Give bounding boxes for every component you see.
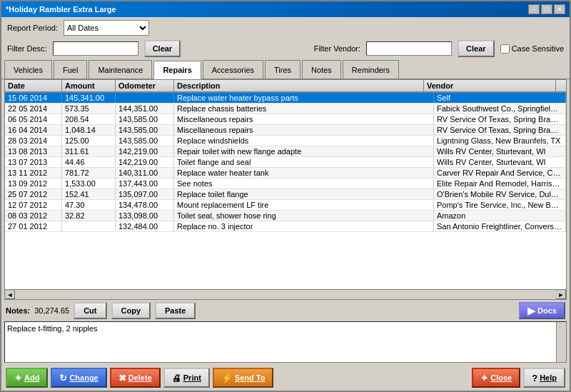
table-cell: Mount replacement LF tire [174, 200, 434, 210]
tab-notes[interactable]: Notes [302, 60, 341, 79]
tab-maintenance[interactable]: Maintenance [89, 60, 152, 79]
tab-tires[interactable]: Tires [265, 60, 300, 79]
col-amount[interactable]: Amount [62, 80, 116, 91]
table-cell: 137,443.00 [116, 179, 174, 189]
table-cell: Miscellaneous repairs [174, 114, 434, 124]
send-icon: ⚡ [221, 373, 233, 383]
table-cell: Pomp's Tire Service, Inc., New Berlin, W [434, 200, 566, 210]
tabs-container: Vehicles Fuel Maintenance Repairs Access… [1, 60, 570, 79]
table-cell: 311.61 [62, 146, 116, 156]
tab-reminders[interactable]: Reminders [343, 60, 399, 79]
table-cell: Toilet flange and seal [174, 157, 434, 167]
tab-fuel[interactable]: Fuel [54, 60, 87, 79]
table-cell: 208.54 [62, 114, 116, 124]
notes-scrollbar[interactable] [556, 322, 566, 362]
table-cell: Replace water heater bypass parts [174, 93, 434, 103]
close-button[interactable]: ✕ [554, 4, 565, 14]
table-cell: Toilet seal, shower hose ring [174, 211, 434, 221]
clear-vendor-button[interactable]: Clear [458, 40, 495, 57]
col-scrollbar-header [556, 80, 566, 91]
paste-button[interactable]: Paste [155, 302, 196, 319]
table-cell: 12 07 2012 [5, 200, 62, 210]
table-cell: 144,351.00 [116, 104, 174, 114]
table-row[interactable]: 13 09 20121,533.00137,443.00See notesEli… [5, 179, 566, 189]
table-row[interactable]: 27 01 2012132,484.00Replace no. 3 inject… [5, 221, 566, 232]
table-row[interactable]: 08 03 201232.82133,098.00Toilet seal, sh… [5, 211, 566, 221]
tab-vehicles[interactable]: Vehicles [4, 60, 52, 79]
table-row[interactable]: 13 07 201344.46142,219.00Toilet flange a… [5, 157, 566, 168]
close-button[interactable]: ✦ Close [472, 368, 520, 388]
help-icon: ? [532, 373, 537, 383]
footer: ✦ Add ↻ Change ✖ Delete 🖨 Print ⚡ Send T… [1, 365, 570, 391]
table-cell: 143,585.00 [116, 136, 174, 146]
table-cell: Replace chassis batteries [174, 104, 434, 114]
table-row[interactable]: 13 11 2012781.72140,311.00Replace water … [5, 168, 566, 179]
filter-desc-input[interactable] [53, 41, 138, 56]
copy-button[interactable]: Copy [111, 302, 151, 319]
report-period-select[interactable]: All Dates [64, 20, 149, 36]
help-button[interactable]: ? Help [523, 368, 565, 388]
table-row[interactable]: 15 06 2014145,341.00Replace water heater… [5, 93, 566, 104]
table-cell: RV Service Of Texas, Spring Branch, TX [434, 125, 566, 135]
maximize-button[interactable]: □ [541, 4, 552, 14]
table-cell: Elite Repair And Remodel, Harrisburg, OR [434, 179, 566, 189]
table-row[interactable]: 28 03 2014125.00143,585.00Replace windsh… [5, 136, 566, 146]
table-cell [116, 93, 174, 103]
notes-area[interactable]: Replace t-fitting, 2 nipples [4, 321, 567, 363]
change-button[interactable]: ↻ Change [51, 368, 106, 388]
action-bar: Notes: 30,274.65 Cut Copy Paste ▶ Docs [1, 300, 570, 321]
col-description[interactable]: Description [174, 80, 424, 91]
print-icon: 🖨 [172, 373, 181, 383]
filter-vendor-input[interactable] [366, 41, 452, 56]
table-cell: 28 03 2014 [5, 136, 62, 146]
clear-desc-button[interactable]: Clear [144, 40, 181, 57]
change-icon: ↻ [59, 373, 67, 383]
tab-accessories[interactable]: Accessories [203, 60, 263, 79]
table-row[interactable]: 13 08 2013311.61142,219.00Repair toilet … [5, 146, 566, 157]
table-row[interactable]: 06 05 2014208.54143,585.00Miscellaneous … [5, 114, 566, 125]
case-sensitive-checkbox[interactable] [500, 44, 510, 54]
table-cell: 13 08 2013 [5, 146, 62, 156]
grid-body[interactable]: 15 06 2014145,341.00Replace water heater… [5, 93, 566, 289]
col-date[interactable]: Date [5, 80, 62, 91]
delete-button[interactable]: ✖ Delete [110, 368, 161, 388]
title-bar: *Holiday Rambler Extra Large ─ □ ✕ [1, 1, 570, 17]
table-row[interactable]: 25 07 2012152.41135,097.00Replace toilet… [5, 189, 566, 200]
minimize-button[interactable]: ─ [528, 4, 540, 14]
table-cell [62, 221, 116, 231]
h-scroll-track [15, 290, 556, 299]
table-cell: Wills RV Center, Sturtevant, WI [434, 157, 566, 167]
table-cell: 1,533.00 [62, 179, 116, 189]
table-cell: Ligntning Glass, New Braunfels, TX [434, 136, 566, 146]
col-vendor[interactable]: Vendor [424, 80, 556, 91]
table-row[interactable]: 16 04 20141,048.14143,585.00Miscellaneou… [5, 125, 566, 136]
table-cell: 15 06 2014 [5, 93, 62, 103]
table-cell: 152.41 [62, 189, 116, 199]
docs-button[interactable]: ▶ Docs [519, 302, 565, 319]
add-button[interactable]: ✦ Add [6, 368, 48, 388]
h-scroll-right[interactable]: ► [556, 290, 566, 299]
print-button[interactable]: 🖨 Print [163, 368, 210, 388]
table-cell: 47.30 [62, 200, 116, 210]
table-cell: Amazon [434, 211, 566, 221]
table-cell: 142,219.00 [116, 157, 174, 167]
filter-vendor-label: Filter Vendor: [314, 44, 360, 53]
cut-button[interactable]: Cut [74, 302, 106, 319]
send-to-button[interactable]: ⚡ Send To [213, 368, 274, 388]
report-period-label: Report Period: [7, 24, 58, 32]
col-odometer[interactable]: Odometer [116, 80, 174, 91]
h-scrollbar[interactable]: ◄ ► [5, 289, 566, 299]
main-window: *Holiday Rambler Extra Large ─ □ ✕ Repor… [0, 0, 571, 392]
table-row[interactable]: 22 05 2014573.35144,351.00Replace chassi… [5, 104, 566, 114]
h-scroll-left[interactable]: ◄ [5, 290, 15, 299]
table-cell: See notes [174, 179, 434, 189]
table-cell: 125.00 [62, 136, 116, 146]
tab-repairs[interactable]: Repairs [153, 61, 201, 79]
case-sensitive-label: Case Sensitive [512, 44, 564, 53]
table-cell: Replace no. 3 injector [174, 221, 434, 231]
table-row[interactable]: 12 07 201247.30134,478.00Mount replaceme… [5, 200, 566, 211]
table-cell: 25 07 2012 [5, 189, 62, 199]
table-cell: O'Brien's Mobile RV Service, Duluth, MN [434, 189, 566, 199]
table-cell: Self [434, 93, 566, 103]
table-cell: RV Service Of Texas, Spring Branch, TX [434, 114, 566, 124]
